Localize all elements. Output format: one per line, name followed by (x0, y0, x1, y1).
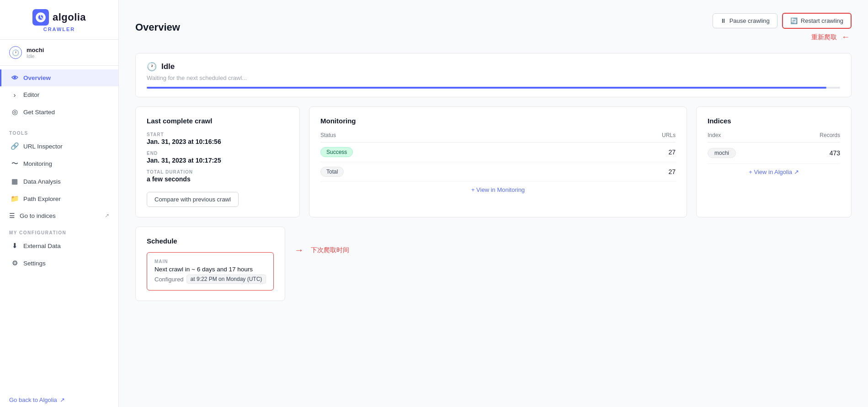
schedule-main-label: MAIN (154, 259, 266, 264)
sidebar-item-monitoring-label: Monitoring (23, 160, 52, 167)
sidebar-item-editor[interactable]: › Editor (0, 86, 118, 103)
crawl-end-field: END Jan. 31, 2023 at 10:17:25 (147, 151, 288, 164)
idle-clock-icon: 🕐 (147, 62, 157, 72)
index-records-value: 473 (830, 149, 840, 157)
restart-annotation: 重新爬取 ← (808, 32, 852, 42)
sidebar-item-editor-label: Editor (23, 91, 39, 98)
tools-section-label: TOOLS (0, 124, 118, 137)
last-crawl-title: Last complete crawl (147, 117, 288, 125)
crawl-duration-label: TOTAL DURATION (147, 169, 288, 174)
crawl-end-label: END (147, 151, 288, 156)
monitoring-icon: 〜 (11, 159, 19, 168)
annotation-schedule-arrow: → (294, 245, 304, 255)
annotation-restart-text: 重新爬取 (811, 33, 837, 42)
sidebar-item-data-analysis[interactable]: ▦ Data Analysis (0, 173, 118, 190)
editor-icon: › (11, 91, 19, 99)
restart-icon: 🔄 (790, 17, 798, 24)
monitoring-row-success: Success 27 (320, 143, 676, 162)
algolia-logo-icon (32, 9, 49, 26)
sidebar-item-settings[interactable]: ⚙ Settings (0, 254, 118, 272)
view-algolia-link[interactable]: + View in Algolia ↗ (708, 164, 840, 175)
annotation-restart-arrow: ← (841, 32, 850, 42)
sidebar-item-go-to-indices-label: Go to indices (20, 212, 56, 219)
indices-card-title: Indices (708, 117, 840, 125)
schedule-title: Schedule (147, 237, 274, 245)
header-buttons: ⏸ Pause crawling 🔄 Restart crawling (713, 13, 852, 29)
schedule-card: Schedule MAIN Next crawl in ~ 6 days and… (135, 227, 285, 301)
sidebar-item-get-started-label: Get Started (23, 109, 55, 116)
data-analysis-icon: ▦ (11, 177, 19, 185)
pause-crawling-button[interactable]: ⏸ Pause crawling (713, 13, 777, 28)
monitoring-table-header: Status URLs (320, 132, 676, 143)
page-header: Overview ⏸ Pause crawling 🔄 Restart craw… (135, 13, 852, 42)
download-icon: ⬇ (11, 242, 19, 250)
crawl-start-value: Jan. 31, 2023 at 10:16:56 (147, 138, 288, 145)
sidebar-item-path-explorer[interactable]: 📁 Path Explorer (0, 190, 118, 207)
external-link-icon: ↗ (105, 212, 109, 219)
monitoring-row-total: Total 27 (320, 162, 676, 182)
go-back-algolia-link[interactable]: Go back to Algolia ↗ (0, 389, 118, 407)
monitoring-success-count: 27 (668, 148, 676, 156)
success-badge: Success (320, 147, 353, 157)
sidebar-item-get-started[interactable]: ◎ Get Started (0, 103, 118, 121)
folder-icon: 📁 (11, 195, 19, 203)
eye-icon: 👁 (11, 74, 19, 82)
pause-icon: ⏸ (720, 17, 726, 24)
sidebar-item-overview[interactable]: 👁 Overview (0, 69, 118, 86)
monitoring-card: Monitoring Status URLs Success 27 Total … (309, 106, 687, 217)
crawl-start-label: START (147, 132, 288, 137)
sidebar: algolia CRAWLER 🕐 mochi Idle 👁 Overview … (0, 0, 119, 407)
monitoring-table: Status URLs Success 27 Total 27 (320, 132, 676, 182)
indices-table-header: Index Records (708, 132, 840, 143)
sidebar-item-url-inspector[interactable]: 🔗 URL Inspector (0, 137, 118, 155)
sidebar-item-monitoring[interactable]: 〜 Monitoring (0, 155, 118, 173)
sidebar-item-overview-label: Overview (23, 74, 51, 81)
app-subtitle: CRAWLER (43, 26, 75, 32)
compare-crawl-button[interactable]: Compare with previous crawl (147, 192, 239, 207)
monitoring-col-urls: URLs (662, 132, 676, 138)
schedule-next-text: Next crawl in ~ 6 days and 17 hours (154, 266, 266, 273)
pause-crawling-label: Pause crawling (730, 17, 770, 24)
view-monitoring-link[interactable]: + View in Monitoring (320, 182, 676, 193)
indices-col-records: Records (820, 132, 840, 138)
status-title: Idle (161, 62, 175, 71)
crawl-duration-field: TOTAL DURATION a few seconds (147, 169, 288, 183)
cards-row: Last complete crawl START Jan. 31, 2023 … (135, 106, 852, 217)
sidebar-item-url-inspector-label: URL Inspector (23, 143, 63, 150)
restart-crawling-button[interactable]: 🔄 Restart crawling (782, 13, 852, 29)
restart-crawling-label: Restart crawling (801, 17, 843, 24)
configured-label: Configured (154, 276, 184, 283)
back-label: Go back to Algolia (9, 396, 57, 403)
status-subtitle: Waiting for the next scheduled crawl... (147, 74, 840, 81)
schedule-annotation-row: → 下次爬取时间 (294, 245, 349, 255)
user-status: Idle (27, 53, 44, 59)
bottom-row: Schedule MAIN Next crawl in ~ 6 days and… (135, 227, 852, 301)
schedule-configured: Configured at 9:22 PM on Monday (UTC) (154, 275, 266, 284)
status-bar: 🕐 Idle Waiting for the next scheduled cr… (135, 53, 852, 97)
progress-bar-fill (147, 87, 826, 89)
external-back-icon: ↗ (60, 396, 65, 403)
indices-icon: ☰ (9, 212, 15, 219)
sidebar-item-go-to-indices[interactable]: ☰ Go to indices ↗ (0, 207, 118, 224)
user-section: 🕐 mochi Idle (0, 40, 118, 66)
main-content: Overview ⏸ Pause crawling 🔄 Restart craw… (119, 0, 868, 407)
schedule-box: MAIN Next crawl in ~ 6 days and 17 hours… (147, 252, 274, 291)
sidebar-item-path-explorer-label: Path Explorer (23, 196, 61, 202)
monitoring-col-status: Status (320, 132, 336, 138)
config-section-label: MY CONFIGURATION (0, 224, 118, 237)
app-name: algolia (53, 11, 86, 23)
progress-bar-track (147, 87, 840, 89)
annotation-schedule-text: 下次爬取时间 (311, 246, 349, 254)
indices-card: Indices Index Records mochi 473 + View i… (696, 106, 852, 217)
crawl-end-value: Jan. 31, 2023 at 10:17:25 (147, 157, 288, 164)
monitoring-card-title: Monitoring (320, 117, 676, 125)
sidebar-item-external-data[interactable]: ⬇ External Data (0, 237, 118, 254)
crawl-start-field: START Jan. 31, 2023 at 10:16:56 (147, 132, 288, 145)
total-badge: Total (320, 167, 344, 177)
index-name-badge: mochi (708, 148, 736, 158)
crawl-duration-value: a few seconds (147, 175, 288, 183)
sidebar-item-data-analysis-label: Data Analysis (23, 178, 61, 185)
get-started-icon: ◎ (11, 108, 19, 116)
sidebar-item-external-data-label: External Data (23, 243, 61, 249)
indices-col-index: Index (708, 132, 721, 138)
